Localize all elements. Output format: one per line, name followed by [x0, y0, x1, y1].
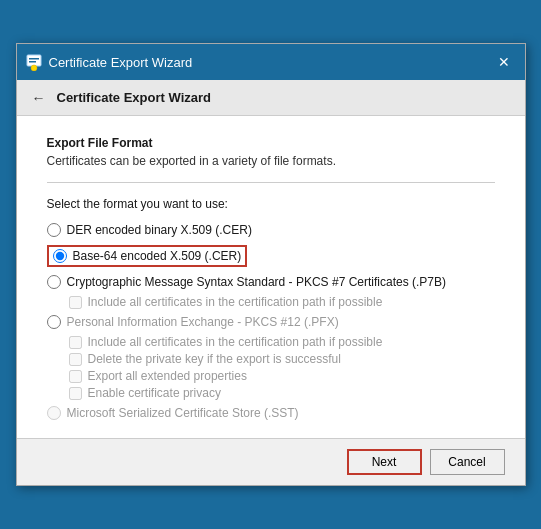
back-icon: ← — [32, 90, 46, 106]
titlebar-title: Certificate Export Wizard — [49, 55, 193, 70]
format-der-radio[interactable] — [47, 223, 61, 237]
pfx-export-props-checkbox[interactable] — [69, 370, 82, 383]
format-base64-label[interactable]: Base-64 encoded X.509 (.CER) — [73, 249, 242, 263]
svg-rect-0 — [27, 55, 41, 66]
pfx-export-props-item: Export all extended properties — [69, 369, 495, 383]
section-description: Certificates can be exported in a variet… — [47, 154, 495, 168]
pkcs7-include-cert-item: Include all certificates in the certific… — [69, 295, 495, 309]
svg-rect-1 — [29, 58, 39, 60]
divider — [47, 182, 495, 183]
section-header: Export File Format — [47, 136, 495, 150]
format-sst-label: Microsoft Serialized Certificate Store (… — [67, 406, 299, 420]
certificate-icon — [25, 53, 43, 71]
pfx-include-cert-item: Include all certificates in the certific… — [69, 335, 495, 349]
format-radio-group: DER encoded binary X.509 (.CER) Base-64 … — [47, 221, 495, 422]
format-der-label[interactable]: DER encoded binary X.509 (.CER) — [67, 223, 252, 237]
nav-bar: ← Certificate Export Wizard — [17, 80, 525, 116]
pfx-delete-key-checkbox[interactable] — [69, 353, 82, 366]
format-base64-radio[interactable] — [53, 249, 67, 263]
next-button[interactable]: Next — [347, 449, 422, 475]
format-sst-item: Microsoft Serialized Certificate Store (… — [47, 404, 495, 422]
titlebar-left: Certificate Export Wizard — [25, 53, 193, 71]
pfx-enable-privacy-checkbox[interactable] — [69, 387, 82, 400]
svg-point-3 — [31, 65, 37, 71]
format-pfx-item: Personal Information Exchange - PKCS #12… — [47, 313, 495, 331]
selected-format-box: Base-64 encoded X.509 (.CER) — [47, 245, 248, 267]
pfx-enable-privacy-item: Enable certificate privacy — [69, 386, 495, 400]
pkcs7-options: Include all certificates in the certific… — [69, 295, 495, 309]
pkcs7-include-cert-label: Include all certificates in the certific… — [88, 295, 383, 309]
cancel-button[interactable]: Cancel — [430, 449, 505, 475]
pfx-delete-key-label: Delete the private key if the export is … — [88, 352, 341, 366]
format-base64-item: Base-64 encoded X.509 (.CER) — [47, 243, 495, 269]
format-pkcs7-label[interactable]: Cryptographic Message Syntax Standard - … — [67, 275, 447, 289]
content-area: Export File Format Certificates can be e… — [17, 116, 525, 438]
format-pkcs7-item: Cryptographic Message Syntax Standard - … — [47, 273, 495, 291]
pfx-options: Include all certificates in the certific… — [69, 335, 495, 400]
pkcs7-include-cert-checkbox[interactable] — [69, 296, 82, 309]
format-pfx-label[interactable]: Personal Information Exchange - PKCS #12… — [67, 315, 339, 329]
pfx-export-props-label: Export all extended properties — [88, 369, 247, 383]
pfx-delete-key-item: Delete the private key if the export is … — [69, 352, 495, 366]
wizard-nav-title: Certificate Export Wizard — [57, 90, 211, 105]
certificate-export-wizard-dialog: Certificate Export Wizard ✕ ← Certificat… — [16, 43, 526, 486]
titlebar: Certificate Export Wizard ✕ — [17, 44, 525, 80]
format-pkcs7-radio[interactable] — [47, 275, 61, 289]
format-pfx-radio[interactable] — [47, 315, 61, 329]
pfx-include-cert-checkbox[interactable] — [69, 336, 82, 349]
footer: Next Cancel — [17, 438, 525, 485]
svg-rect-2 — [29, 61, 36, 63]
format-prompt: Select the format you want to use: — [47, 197, 495, 211]
close-button[interactable]: ✕ — [491, 51, 517, 73]
format-der-item: DER encoded binary X.509 (.CER) — [47, 221, 495, 239]
pfx-enable-privacy-label: Enable certificate privacy — [88, 386, 221, 400]
back-button[interactable]: ← — [27, 86, 51, 110]
pfx-include-cert-label: Include all certificates in the certific… — [88, 335, 383, 349]
format-sst-radio[interactable] — [47, 406, 61, 420]
